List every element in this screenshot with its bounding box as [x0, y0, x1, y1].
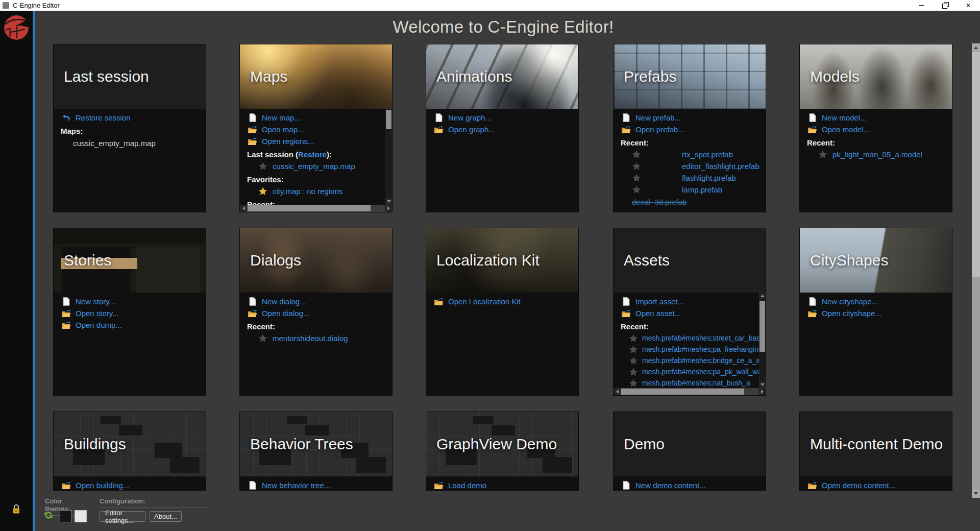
models-section-label: Recent:	[800, 135, 952, 149]
animations-link[interactable]: New graph...	[426, 112, 578, 124]
scroll-up-arrow-icon[interactable]	[972, 43, 980, 52]
dark-theme-swatch[interactable]	[60, 510, 72, 522]
prefabs-recent-item[interactable]: editor_flashlight.prefab	[614, 160, 766, 172]
prefabs-recent-item[interactable]: lamp.prefab	[614, 184, 766, 196]
stories-body: New story...Open story...Open dump...	[54, 293, 206, 395]
dialogs-section-label: Recent:	[240, 319, 392, 332]
maps-recent-item[interactable]: cussic_empty_map.map	[240, 160, 392, 172]
assets-recent-item[interactable]: mesh.prefab#meshes;bridge_ce_a_arch_bas	[614, 355, 766, 366]
locked-padlock-icon[interactable]	[12, 504, 20, 514]
restore-button[interactable]	[933, 0, 957, 11]
scroll-down-arrow-icon[interactable]	[759, 381, 766, 388]
buildings-link[interactable]: Open building...	[54, 479, 206, 490]
models-link[interactable]: Open model...	[800, 124, 952, 135]
models-recent-label: pk_light_man_05_a.model	[832, 150, 922, 159]
scrollbar-thumb[interactable]	[621, 389, 744, 395]
maps-section-label: Last session (Restore):	[240, 147, 392, 160]
cityshapes-link[interactable]: Open cityshape...	[800, 307, 952, 319]
scrollbar-thumb[interactable]	[248, 205, 371, 211]
stories-link[interactable]: New story...	[54, 296, 206, 307]
stories-link[interactable]: Open dump...	[54, 319, 206, 331]
assets-recent-label: mesh.prefab#meshes;street_car_base_a_1	[642, 334, 766, 342]
editor-settings-button[interactable]: Editor settings...	[100, 511, 145, 522]
dialogs-link-label: Open dialog...	[262, 309, 309, 318]
assets-recent-item[interactable]: mesh.prefab#meshes;pa_pk_wall_wall_part	[614, 366, 766, 377]
dialogs-title: Dialogs	[240, 252, 301, 269]
folder-icon	[61, 309, 71, 318]
card-models: ModelsNew model...Open model...Recent:pk…	[799, 44, 952, 212]
c-engine-logo-icon	[3, 14, 30, 41]
scrollbar-thumb[interactable]	[386, 110, 391, 129]
animations-link[interactable]: Open graph...	[426, 124, 578, 135]
maps-recent-item[interactable]: city.map : no regions	[240, 185, 392, 197]
assets-horizontal-scrollbar[interactable]	[614, 388, 766, 395]
cityshapes-title: CityShapes	[800, 252, 888, 269]
behavior-trees-link[interactable]: New behavior tree...	[240, 479, 392, 490]
close-button[interactable]: ×	[957, 0, 980, 11]
recent-star-icon	[629, 356, 638, 365]
scroll-right-arrow-icon[interactable]	[385, 205, 392, 212]
dialogs-recent-item[interactable]: mentorshideout.dialog	[240, 332, 392, 344]
assets-recent-item[interactable]: mesh.prefab#meshes;nat_bush_a	[614, 377, 766, 389]
prefabs-recent-missing-item[interactable]: decal_3d.prefab	[614, 196, 766, 208]
window-vertical-scrollbar[interactable]	[972, 43, 980, 498]
scrollbar-thumb[interactable]	[972, 52, 980, 277]
document-icon	[621, 481, 631, 490]
assets-recent-item[interactable]: mesh.prefab#meshes;pa_freehanging_stair	[614, 344, 766, 355]
scroll-left-arrow-icon[interactable]	[240, 205, 247, 212]
prefabs-link[interactable]: Open prefab...	[614, 124, 766, 135]
multi-content-demo-body: Open demo content...	[800, 476, 952, 490]
assets-recent-label: mesh.prefab#meshes;pa_pk_wall_wall_part	[642, 368, 766, 376]
scroll-left-arrow-icon[interactable]	[614, 388, 621, 395]
dialogs-link-label: New dialog...	[262, 297, 306, 306]
prefabs-link-label: New prefab...	[635, 113, 681, 122]
scroll-down-arrow-icon[interactable]	[385, 198, 392, 205]
maps-link[interactable]: New map...	[240, 112, 392, 124]
card-assets: AssetsImport asset...Open asset...Recent…	[613, 228, 766, 396]
scroll-down-arrow-icon[interactable]	[972, 489, 980, 498]
card-prefabs: PrefabsNew prefab...Open prefab...Recent…	[613, 44, 766, 212]
scrollbar-track[interactable]	[621, 388, 758, 395]
assets-link[interactable]: Open asset...	[614, 307, 766, 319]
close-icon: ×	[966, 2, 970, 10]
models-recent-item[interactable]: pk_light_man_05_a.model	[800, 149, 952, 160]
scrollbar-thumb[interactable]	[760, 301, 765, 352]
demo-link[interactable]: New demo content...	[614, 479, 766, 490]
light-theme-swatch[interactable]	[75, 510, 87, 522]
maps-link[interactable]: Open map...	[240, 124, 392, 135]
scrollbar-track[interactable]	[247, 205, 385, 212]
title-bar: C-Engine Editor ×	[0, 0, 980, 11]
folder-icon	[434, 297, 444, 306]
graphview-demo-link[interactable]: Load demo	[426, 479, 578, 490]
last-session-link[interactable]: Restore session	[54, 112, 206, 124]
folder-icon	[621, 309, 631, 318]
maps-restore-link[interactable]: Restore	[298, 150, 327, 159]
localization-kit-link[interactable]: Open Localization Kit	[426, 296, 578, 307]
prefabs-recent-item[interactable]: rtx_spot.prefab	[614, 149, 766, 160]
minimize-button[interactable]	[910, 0, 933, 11]
maps-link[interactable]: Open regions...	[240, 135, 392, 147]
scroll-right-arrow-icon[interactable]	[758, 388, 766, 395]
dialogs-link[interactable]: Open dialog...	[240, 307, 392, 319]
dialogs-link[interactable]: New dialog...	[240, 296, 392, 307]
scroll-up-arrow-icon[interactable]	[759, 293, 766, 299]
assets-title: Assets	[614, 252, 670, 269]
refresh-themes-icon[interactable]	[44, 511, 53, 520]
prefabs-recent-item[interactable]: flashlight.prefab	[614, 172, 766, 184]
prefabs-section-label-text: Recent:	[621, 138, 649, 147]
assets-vertical-scrollbar[interactable]	[759, 293, 766, 388]
prefabs-link-label: Open prefab...	[635, 125, 684, 134]
assets-link[interactable]: Import asset...	[614, 296, 766, 307]
assets-recent-item[interactable]: mesh.prefab#meshes;street_car_base_a_1	[614, 332, 766, 344]
multi-content-demo-link[interactable]: Open demo content...	[800, 479, 952, 490]
stories-link[interactable]: Open story...	[54, 307, 206, 319]
about-button[interactable]: About...	[150, 511, 182, 522]
animations-header-image: Animations	[426, 44, 578, 109]
cityshapes-link[interactable]: New cityshape...	[800, 296, 952, 307]
buildings-link-label: Open building...	[76, 481, 129, 490]
prefabs-link[interactable]: New prefab...	[614, 112, 766, 124]
maps-title: Maps	[240, 68, 287, 85]
maps-vertical-scrollbar[interactable]	[385, 109, 392, 205]
models-link[interactable]: New model...	[800, 112, 952, 124]
maps-horizontal-scrollbar[interactable]	[240, 205, 392, 212]
